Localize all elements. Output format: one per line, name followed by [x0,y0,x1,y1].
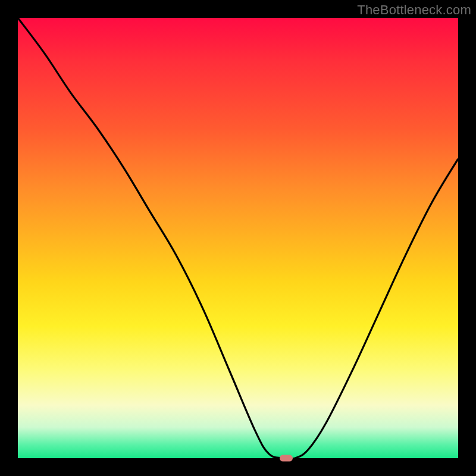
bottleneck-curve [18,18,458,458]
chart-frame: TheBottleneck.com [0,0,476,476]
watermark-text: TheBottleneck.com [357,2,471,18]
plot-area [18,18,458,458]
curve-path [18,18,458,458]
optimal-marker [280,455,293,462]
